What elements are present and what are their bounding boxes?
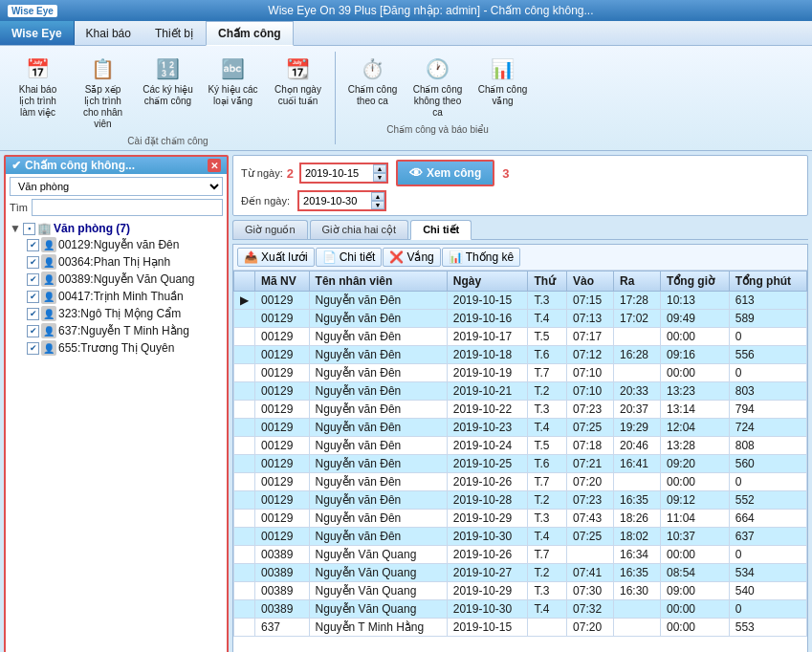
to-date-down[interactable]: ▼ [371, 201, 384, 209]
emp-checkbox-1[interactable]: ✔ [27, 256, 39, 269]
emp-checkbox-4[interactable]: ✔ [27, 308, 39, 320]
tong-gio-cell: 00:00 [661, 473, 730, 491]
tree-root-label[interactable]: Văn phòng (7) [54, 222, 130, 235]
menu-chamcong[interactable]: Chấm công [206, 21, 294, 46]
table-row[interactable]: 00129Nguyễn văn Đên2019-10-21T.207:1020:… [234, 382, 807, 401]
btn-chi-tiet[interactable]: 📄 Chi tiết [316, 248, 383, 267]
to-date-up[interactable]: ▲ [371, 192, 384, 201]
panel-title: ✔ Chấm công không... ✕ [6, 157, 227, 174]
emp-checkbox-2[interactable]: ✔ [27, 273, 39, 286]
menu-wiseeye[interactable]: Wise Eye [0, 21, 75, 45]
table-row[interactable]: 00389Nguyễn Văn Quang2019-10-27T.207:411… [234, 564, 807, 582]
btn-thong-ke[interactable]: 📊 Thống kê [442, 248, 520, 267]
ngay-cell: 2019-10-16 [447, 310, 528, 328]
tong-gio-cell: 09:49 [661, 310, 730, 328]
tree-root-checkbox[interactable]: ▪ [23, 223, 35, 235]
tab-chi-tiet[interactable]: Chi tiết [410, 220, 472, 240]
emp-label-4[interactable]: 323:Ngô Thị Mộng Cẩm [58, 307, 181, 320]
table-row[interactable]: 00129Nguyễn văn Đên2019-10-29T.307:4318:… [234, 510, 807, 528]
from-date-up[interactable]: ▲ [373, 164, 386, 173]
ten-cell: Nguyễn văn Đên [309, 401, 447, 419]
btn-xuat-luoi[interactable]: 📤 Xuất lưới [237, 248, 315, 267]
toolbar-btn-cacky[interactable]: 🔢 Các ký hiệu chấm công [136, 50, 200, 134]
emp-label-3[interactable]: 00417:Trịnh Minh Thuần [58, 290, 184, 303]
sub-toolbar: 📤 Xuất lưới 📄 Chi tiết ❌ Vắng 📊 Thống kê [233, 245, 807, 271]
xem-cong-label: Xem công [427, 166, 481, 180]
col-vao: Vào [567, 272, 614, 292]
btn-vang[interactable]: ❌ Vắng [383, 248, 440, 267]
thu-cell: T.5 [528, 437, 567, 455]
arrow-cell [234, 564, 255, 582]
vao-cell: 07:23 [567, 401, 614, 419]
table-row[interactable]: 00389Nguyễn Văn Quang2019-10-26T.716:340… [234, 546, 807, 564]
tree-expand-icon[interactable]: ▼ [10, 222, 21, 235]
toolbar-items-caidat: 📅 Khai báo lịch trình làm việc 📋 Sắp xếp… [6, 50, 330, 134]
table-row[interactable]: ▶00129Nguyễn văn Đên2019-10-15T.307:1517… [234, 292, 807, 310]
ten-cell: Nguyễn văn Đên [309, 382, 447, 401]
toolbar-btn-chamcong-ca[interactable]: ⏱️ Chấm công theo ca [340, 50, 405, 122]
panel-close-btn[interactable]: ✕ [208, 159, 221, 172]
tong-phut-cell: 0 [729, 473, 806, 491]
tong-phut-cell: 0 [729, 600, 806, 619]
tab-gio-chia[interactable]: Giờ chia hai cột [310, 220, 409, 239]
ten-cell: Nguyễn văn Đên [309, 510, 447, 528]
from-date-value: 2019-10-15 [301, 165, 373, 181]
table-row[interactable]: 00129Nguyễn văn Đên2019-10-23T.407:2519:… [234, 419, 807, 437]
from-date-down[interactable]: ▼ [373, 173, 386, 182]
vao-cell: 07:21 [567, 455, 614, 473]
to-date-value: 2019-10-30 [299, 193, 371, 208]
toolbar-btn-chamcong-khong-ca[interactable]: 🕐 Chấm công không theo ca [406, 50, 470, 122]
ngay-cell: 2019-10-30 [447, 528, 528, 546]
col-arrow [234, 272, 255, 292]
emp-checkbox-0[interactable]: ✔ [27, 239, 39, 251]
menu-thietbi[interactable]: Thiết bị [143, 21, 206, 45]
table-row[interactable]: 00129Nguyễn văn Đên2019-10-18T.607:1216:… [234, 346, 807, 364]
toolbar-btn-khaibaolich[interactable]: 📅 Khai báo lịch trình làm việc [6, 50, 70, 134]
table-row[interactable]: 00129Nguyễn văn Đên2019-10-19T.707:1000:… [234, 364, 807, 382]
toolbar-btn-sapxeplich[interactable]: 📋 Sắp xếp lịch trình cho nhân viên [71, 50, 135, 134]
table-row[interactable]: 00129Nguyễn văn Đên2019-10-25T.607:2116:… [234, 455, 807, 473]
emp-label-0[interactable]: 00129:Nguyễn văn Đên [58, 238, 179, 251]
ngay-cell: 2019-10-29 [447, 582, 528, 600]
tong-phut-cell: 540 [729, 582, 806, 600]
ngay-cell: 2019-10-30 [447, 600, 528, 619]
emp-label-1[interactable]: 00364:Phan Thị Hạnh [58, 255, 170, 269]
toolbar-btn-kyhieu[interactable]: 🔤 Ký hiệu các loại vắng [201, 50, 265, 134]
ra-cell: 16:30 [614, 582, 661, 600]
table-row[interactable]: 637Nguyễn T Minh Hằng2019-10-1507:2000:0… [234, 619, 807, 637]
xem-cong-button[interactable]: 👁 Xem công [396, 160, 494, 186]
toolbar-btn-chamcong-vang[interactable]: 📊 Chấm công vắng [471, 50, 535, 122]
ten-cell: Nguyễn văn Đên [309, 491, 447, 510]
toolbar-items-chamcong: ⏱️ Chấm công theo ca 🕐 Chấm công không t… [340, 50, 535, 122]
symbol-icon: 🔤 [218, 54, 249, 84]
emp-label-5[interactable]: 637:Nguyễn T Minh Hằng [58, 324, 189, 337]
toolbar-btn-khaibaolich-label: Khai báo lịch trình làm việc [11, 84, 64, 119]
tab-gio-nguon[interactable]: Giờ nguồn [232, 220, 308, 239]
dept-select[interactable]: Văn phòng [10, 177, 223, 196]
table-row[interactable]: 00129Nguyễn văn Đên2019-10-17T.507:1700:… [234, 328, 807, 346]
table-row[interactable]: 00129Nguyễn văn Đên2019-10-28T.207:2316:… [234, 491, 807, 510]
vao-cell: 07:18 [567, 437, 614, 455]
tong-phut-cell: 637 [729, 528, 806, 546]
table-row[interactable]: 00129Nguyễn văn Đên2019-10-16T.407:1317:… [234, 310, 807, 328]
menu-khaibao[interactable]: Khai báo [75, 21, 143, 45]
table-row[interactable]: 00129Nguyễn văn Đên2019-10-30T.407:2518:… [234, 528, 807, 546]
table-row[interactable]: 00129Nguyễn văn Đên2019-10-26T.707:2000:… [234, 473, 807, 491]
table-row[interactable]: 00389Nguyễn Văn Quang2019-10-29T.307:301… [234, 582, 807, 600]
menu-thietbi-label: Thiết bị [155, 27, 193, 40]
tong-gio-cell: 09:20 [661, 455, 730, 473]
emp-label-6[interactable]: 655:Trương Thị Quyên [58, 341, 174, 355]
date-filter: Từ ngày: 2 2019-10-15 ▲ ▼ 👁 Xem công 3 Đ… [232, 155, 808, 216]
emp-checkbox-6[interactable]: ✔ [27, 342, 39, 355]
emp-checkbox-5[interactable]: ✔ [27, 325, 39, 337]
toolbar-btn-chonngay[interactable]: 📆 Chọn ngày cuối tuần [266, 50, 330, 134]
ma-nv-cell: 00129 [255, 328, 310, 346]
ma-nv-cell: 00129 [255, 437, 310, 455]
table-row[interactable]: 00129Nguyễn văn Đên2019-10-22T.307:2320:… [234, 401, 807, 419]
table-row[interactable]: 00389Nguyễn Văn Quang2019-10-30T.407:320… [234, 600, 807, 619]
emp-label-2[interactable]: 00389:Nguyễn Văn Quang [58, 272, 194, 286]
table-row[interactable]: 00129Nguyễn văn Đên2019-10-24T.507:1820:… [234, 437, 807, 455]
emp-checkbox-3[interactable]: ✔ [27, 291, 39, 303]
search-input[interactable] [32, 199, 223, 216]
tong-gio-cell: 00:00 [661, 328, 730, 346]
